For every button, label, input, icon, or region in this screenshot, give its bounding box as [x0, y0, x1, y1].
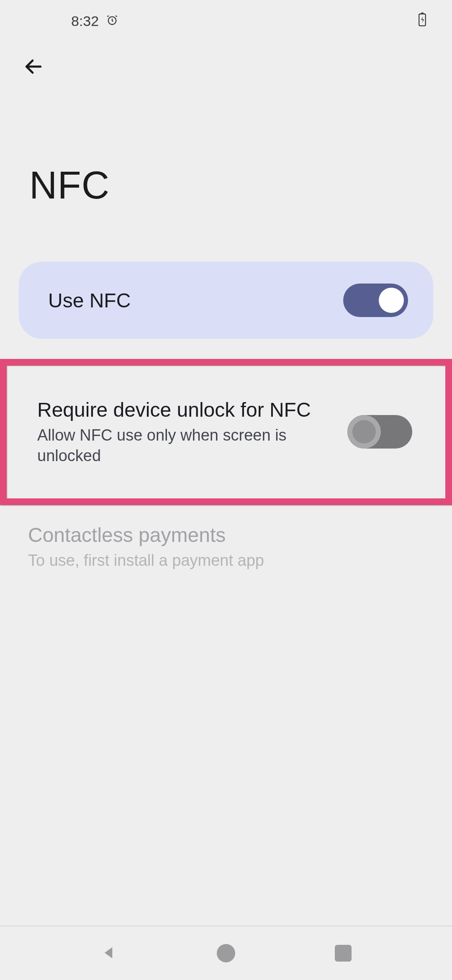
- status-bar: 8:32: [0, 0, 452, 42]
- nav-recent-button[interactable]: [322, 932, 364, 974]
- nav-home-icon: [217, 944, 235, 962]
- app-bar: [0, 42, 452, 92]
- alarm-icon: [106, 13, 118, 29]
- toggle-knob-icon: [379, 288, 404, 313]
- status-left: 8:32: [71, 13, 118, 29]
- require-unlock-subtitle: Allow NFC use only when screen is unlock…: [37, 425, 335, 467]
- battery-charging-icon: [418, 12, 427, 30]
- page-title: NFC: [0, 92, 452, 262]
- setting-require-unlock-highlight: Require device unlock for NFC Allow NFC …: [0, 359, 452, 505]
- back-button[interactable]: [17, 50, 50, 84]
- setting-contactless-payments: Contactless payments To use, first insta…: [19, 505, 433, 588]
- setting-require-unlock[interactable]: Require device unlock for NFC Allow NFC …: [28, 380, 424, 484]
- toggle-knob-icon: [347, 415, 381, 449]
- use-nfc-label: Use NFC: [48, 289, 131, 312]
- nav-back-icon: [100, 944, 117, 962]
- nav-home-button[interactable]: [205, 932, 247, 974]
- settings-list: Use NFC Require device unlock for NFC Al…: [0, 262, 452, 588]
- contactless-subtitle: To use, first install a payment app: [28, 550, 421, 571]
- arrow-back-icon: [23, 56, 44, 78]
- svg-rect-2: [421, 13, 424, 14]
- contactless-title: Contactless payments: [28, 523, 421, 548]
- nav-back-button[interactable]: [88, 932, 130, 974]
- require-unlock-title: Require device unlock for NFC: [37, 397, 335, 423]
- use-nfc-toggle[interactable]: [343, 284, 408, 317]
- system-nav-bar: [0, 926, 452, 980]
- setting-use-nfc[interactable]: Use NFC: [19, 262, 433, 339]
- nav-recent-icon: [335, 945, 352, 962]
- require-unlock-toggle[interactable]: [347, 415, 412, 449]
- status-right: [418, 12, 427, 30]
- status-time: 8:32: [71, 13, 99, 29]
